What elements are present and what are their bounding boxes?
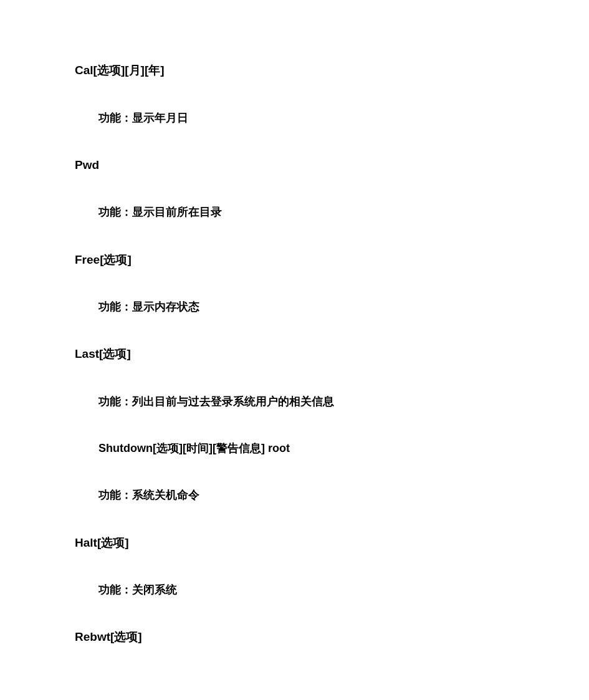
- command-heading-free: Free[选项]: [75, 252, 514, 269]
- command-heading-halt: Halt[选项]: [75, 535, 514, 552]
- command-heading-last: Last[选项]: [75, 346, 514, 363]
- command-desc-free: 功能：显示内存状态: [98, 299, 514, 315]
- command-desc-pwd: 功能：显示目前所在目录: [98, 204, 514, 220]
- command-heading-pwd: Pwd: [75, 157, 514, 174]
- command-heading-rebwt: Rebwt[选项]: [75, 629, 514, 646]
- command-subdesc-shutdown: 功能：系统关机命令: [98, 487, 514, 503]
- command-heading-cal: Cal[选项][月][年]: [75, 62, 514, 79]
- command-subheading-shutdown: Shutdown[选项][时间][警告信息] root: [98, 441, 514, 456]
- command-desc-cal: 功能：显示年月日: [98, 110, 514, 126]
- command-desc-halt: 功能：关闭系统: [98, 582, 514, 598]
- command-desc-last: 功能：列出目前与过去登录系统用户的相关信息: [98, 394, 514, 410]
